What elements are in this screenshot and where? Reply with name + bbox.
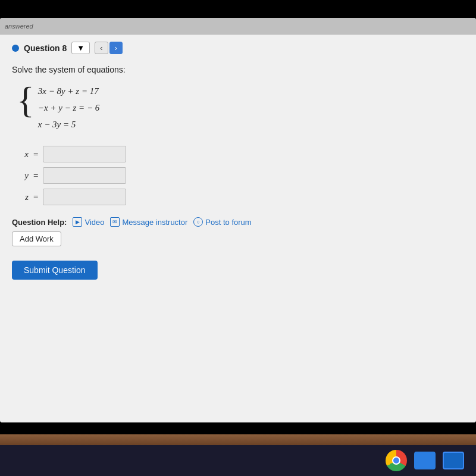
x-answer-row: x =: [17, 146, 464, 162]
question-dot: [12, 45, 19, 52]
y-equals: =: [33, 171, 38, 181]
y-variable-label: y: [17, 171, 29, 181]
next-question-button[interactable]: ›: [109, 42, 123, 54]
brace-symbol: {: [17, 82, 35, 118]
prev-question-button[interactable]: ‹: [95, 42, 108, 54]
answer-section: x = y = z =: [17, 146, 464, 205]
equation-1: 3x − 8y + z = 17: [38, 84, 100, 98]
help-label: Question Help:: [12, 218, 67, 227]
z-variable-label: z: [17, 192, 29, 202]
monitor-taskbar-icon[interactable]: [443, 450, 464, 471]
video-link-label: Video: [84, 218, 104, 227]
question-label: Question 8: [24, 43, 67, 53]
problem-instruction: Solve the system of equations:: [12, 65, 464, 74]
question-help-row: Question Help: ▶ Video ✉ Message instruc…: [12, 217, 464, 227]
folder-taskbar-icon[interactable]: [414, 450, 436, 471]
message-icon: ✉: [110, 217, 120, 227]
message-help-link[interactable]: ✉ Message instructor: [110, 217, 187, 227]
dropdown-arrow-icon: ▼: [77, 43, 84, 52]
y-answer-input[interactable]: [43, 167, 126, 184]
z-answer-input[interactable]: [43, 189, 126, 205]
equation-2: −x + y − z = − 6: [38, 101, 100, 115]
question-navigation: Question 8 ▼ ‹ ›: [12, 42, 464, 54]
video-help-link[interactable]: ▶ Video: [73, 217, 104, 227]
prev-arrow-icon: ‹: [100, 43, 102, 52]
forum-icon: ○: [193, 217, 203, 227]
y-answer-row: y =: [17, 167, 464, 184]
wood-bar: [0, 434, 476, 445]
equations-block: 3x − 8y + z = 17 −x + y − z = − 6 x − 3y…: [38, 82, 100, 131]
x-equals: =: [33, 149, 38, 159]
z-answer-row: z =: [17, 189, 464, 205]
z-equals: =: [33, 192, 38, 202]
taskbar: [0, 445, 476, 476]
x-variable-label: x: [17, 149, 29, 159]
top-bar-status: answered: [5, 23, 33, 30]
message-link-label: Message instructor: [122, 218, 187, 227]
submit-question-button[interactable]: Submit Question: [12, 261, 98, 280]
next-arrow-icon: ›: [115, 43, 117, 52]
x-answer-input[interactable]: [43, 146, 126, 162]
chrome-taskbar-icon[interactable]: [386, 450, 407, 471]
nav-arrows: ‹ ›: [95, 42, 123, 54]
forum-link-label: Post to forum: [205, 218, 251, 227]
equation-3: x − 3y = 5: [38, 117, 100, 131]
add-work-button[interactable]: Add Work: [12, 231, 61, 246]
equation-system: { 3x − 8y + z = 17 −x + y − z = − 6 x − …: [17, 82, 464, 131]
question-dropdown[interactable]: ▼: [71, 42, 90, 54]
forum-help-link[interactable]: ○ Post to forum: [193, 217, 251, 227]
video-icon: ▶: [73, 217, 82, 227]
